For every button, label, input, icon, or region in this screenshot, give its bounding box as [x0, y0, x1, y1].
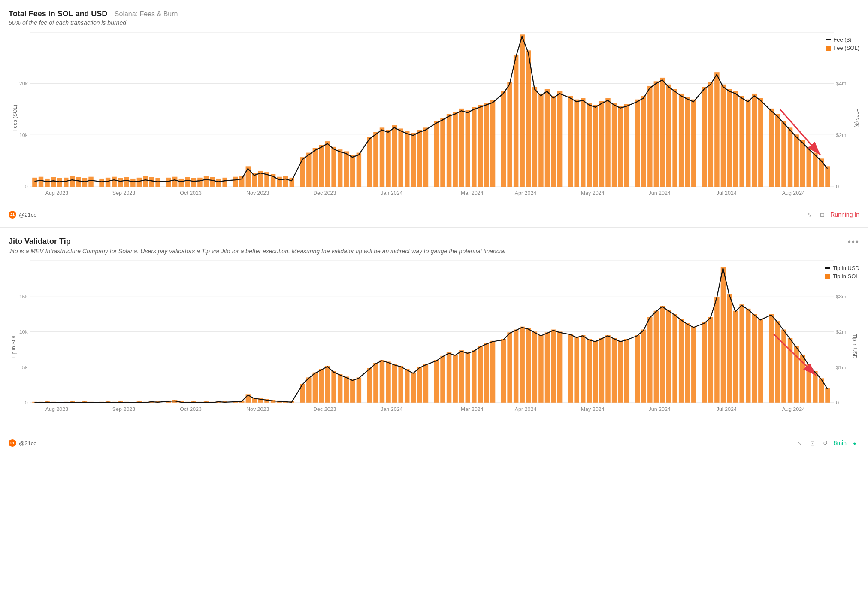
svg-text:$1m: $1m — [836, 364, 846, 370]
svg-rect-59 — [357, 153, 361, 187]
chart2-footer: 21 @21co ⤡ ⊡ ↺ 8min ● — [0, 437, 868, 451]
svg-rect-35 — [197, 178, 202, 187]
svg-rect-96 — [605, 98, 610, 187]
svg-rect-48 — [283, 176, 288, 187]
svg-text:Dec 2023: Dec 2023 — [313, 407, 336, 413]
svg-rect-41 — [239, 176, 244, 187]
svg-rect-77 — [478, 105, 483, 187]
svg-rect-22 — [112, 177, 116, 187]
svg-rect-69 — [423, 127, 428, 187]
chart2-camera-icon[interactable]: ⊡ — [808, 438, 817, 448]
svg-text:Oct 2023: Oct 2023 — [180, 407, 202, 413]
svg-rect-93 — [587, 103, 592, 187]
svg-rect-217 — [434, 360, 439, 403]
svg-rect-276 — [825, 388, 830, 403]
chart2-attribution: 21 @21co — [9, 439, 36, 447]
chart2-area: Tip in SOL Tip in USD Tip in USD Tip in … — [0, 256, 868, 437]
svg-rect-55 — [331, 147, 336, 187]
svg-rect-66 — [405, 131, 409, 187]
chart1-inner: 0 10k 20k 0 $2m $4m — [30, 32, 834, 187]
svg-rect-264 — [746, 309, 750, 403]
svg-rect-103 — [654, 81, 659, 187]
chart2-share-icon[interactable]: ⤡ — [795, 438, 804, 448]
svg-rect-228 — [507, 332, 512, 402]
svg-text:Oct 2023: Oct 2023 — [180, 190, 202, 196]
svg-rect-95 — [599, 101, 604, 187]
svg-rect-267 — [769, 314, 774, 403]
svg-rect-200 — [319, 369, 324, 403]
svg-rect-121 — [775, 114, 780, 187]
svg-rect-53 — [319, 145, 324, 187]
svg-rect-51 — [306, 153, 311, 187]
svg-rect-249 — [647, 317, 652, 402]
svg-rect-60 — [367, 137, 372, 187]
svg-rect-126 — [807, 147, 811, 187]
chart2-attribution-dot: 21 — [9, 439, 16, 447]
svg-rect-236 — [557, 331, 562, 402]
chart1-title: Total Fees in SOL and USD — [9, 9, 107, 18]
svg-rect-269 — [781, 330, 786, 403]
svg-rect-115 — [733, 91, 738, 187]
svg-rect-231 — [526, 328, 531, 403]
svg-rect-62 — [380, 127, 384, 187]
chart1-legend-fee-sol-label: Fee (SOL) — [833, 45, 859, 51]
svg-rect-85 — [532, 87, 537, 187]
chart2-header: Jito Validator Tip ••• Jito is a MEV Inf… — [0, 232, 868, 256]
svg-rect-100 — [635, 100, 640, 187]
svg-rect-225 — [484, 343, 489, 403]
chart1-header: Total Fees in SOL and USD Solana: Fees &… — [0, 4, 868, 28]
svg-rect-259 — [714, 297, 719, 403]
svg-rect-127 — [813, 153, 817, 187]
svg-rect-15 — [64, 178, 68, 187]
svg-rect-11 — [39, 177, 43, 187]
chart1-svg: 0 10k 20k 0 $2m $4m — [30, 32, 834, 187]
svg-rect-39 — [222, 178, 227, 187]
svg-text:0: 0 — [836, 400, 839, 406]
chart2-refresh-icon[interactable]: ↺ — [821, 438, 830, 448]
svg-rect-99 — [624, 104, 629, 187]
svg-rect-204 — [344, 376, 349, 402]
svg-rect-119 — [758, 98, 763, 187]
svg-text:May 2024: May 2024 — [581, 407, 605, 413]
svg-rect-90 — [568, 96, 573, 187]
svg-rect-56 — [338, 149, 342, 187]
svg-text:Aug 2023: Aug 2023 — [45, 190, 68, 196]
chart2-container: Jito Validator Tip ••• Jito is a MEV Inf… — [0, 228, 868, 455]
svg-rect-202 — [331, 371, 336, 403]
svg-rect-20 — [99, 179, 104, 187]
svg-rect-240 — [587, 339, 592, 403]
svg-rect-74 — [459, 109, 464, 187]
svg-rect-266 — [758, 319, 763, 403]
svg-rect-265 — [752, 314, 757, 403]
chart1-controls[interactable]: ⤡ ⊡ Running In — [804, 210, 859, 219]
svg-rect-36 — [204, 176, 209, 187]
svg-rect-248 — [641, 330, 646, 403]
svg-rect-108 — [685, 97, 690, 187]
chart1-share-icon[interactable]: ⤡ — [804, 210, 814, 219]
chart2-title: Jito Validator Tip — [9, 237, 71, 246]
chart2-controls[interactable]: ⤡ ⊡ ↺ 8min ● — [795, 438, 859, 448]
svg-rect-122 — [781, 121, 786, 187]
svg-rect-235 — [551, 330, 556, 403]
svg-rect-250 — [654, 311, 659, 403]
svg-rect-26 — [137, 178, 142, 187]
svg-rect-105 — [666, 85, 671, 187]
svg-rect-124 — [794, 134, 798, 187]
svg-rect-18 — [82, 178, 87, 187]
svg-rect-239 — [581, 335, 585, 403]
chart2-menu-button[interactable]: ••• — [848, 237, 859, 247]
chart1-subtitle-inline: Solana: Fees & Burn — [115, 10, 178, 18]
svg-rect-57 — [344, 151, 349, 187]
chart1-footer: 21 @21co ⤡ ⊡ Running In — [0, 208, 868, 223]
svg-rect-68 — [417, 130, 422, 187]
svg-rect-28 — [149, 177, 154, 187]
chart2-subtitle: Jito is a MEV Infrastructure Company for… — [9, 248, 859, 255]
svg-text:Aug 2024: Aug 2024 — [782, 407, 805, 413]
svg-rect-49 — [290, 178, 294, 187]
chart1-camera-icon[interactable]: ⊡ — [817, 210, 827, 219]
svg-rect-243 — [605, 335, 610, 403]
svg-rect-242 — [599, 338, 604, 403]
svg-rect-199 — [313, 373, 318, 403]
svg-rect-91 — [574, 100, 579, 187]
svg-rect-222 — [466, 352, 470, 403]
